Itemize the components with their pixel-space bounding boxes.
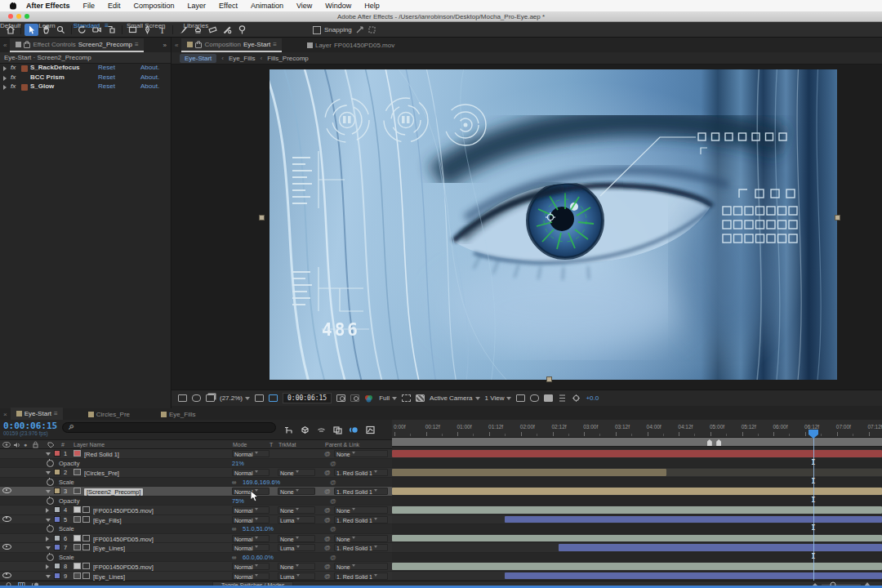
index-column-header[interactable]: # — [61, 442, 65, 448]
trkmat-select[interactable]: None — [278, 506, 315, 514]
magnification-select[interactable]: (27.2%) — [220, 394, 250, 402]
layer-duration-bar[interactable] — [392, 488, 882, 495]
menu-view[interactable]: View — [290, 2, 318, 10]
pick-whip-icon[interactable]: @ — [324, 488, 331, 495]
blend-mode-select[interactable]: Normal — [232, 450, 270, 457]
trkmat-select[interactable]: Luma — [278, 572, 315, 580]
panel-menu-icon[interactable]: ≡ — [273, 41, 276, 48]
layer-row[interactable]: 6[FP001450PD05.mov]NormalNone@None — [0, 534, 392, 544]
property-name[interactable]: Scale — [59, 554, 74, 561]
layer-label-swatch[interactable] — [54, 506, 60, 513]
trkmat-select[interactable]: None — [278, 469, 315, 476]
mode-column-header[interactable]: Mode — [233, 442, 247, 448]
effect-about-link[interactable]: About. — [140, 64, 159, 71]
panel-menu-icon[interactable]: ≡ — [54, 410, 57, 417]
roto-brush-tool[interactable] — [220, 24, 234, 36]
layer-row[interactable]: 1[Red Solid 1]Normal@None — [0, 449, 392, 459]
stopwatch-icon[interactable] — [47, 554, 54, 561]
layer-duration-bar[interactable] — [392, 450, 882, 457]
exposure-value[interactable]: +0.0 — [586, 394, 599, 402]
mini-flowchart-icon[interactable] — [284, 423, 293, 438]
pick-whip-icon[interactable]: @ — [324, 563, 331, 570]
twirl-arrow-icon[interactable] — [46, 564, 49, 569]
rotate-tool[interactable] — [75, 24, 89, 36]
parent-select[interactable]: 1. Red Solid 1 — [334, 488, 388, 495]
blend-mode-select[interactable]: Normal — [232, 544, 270, 551]
layer-label-swatch[interactable] — [54, 469, 60, 475]
viewer-timecode[interactable]: 0:00:06:15 — [283, 393, 332, 403]
clone-stamp-tool[interactable] — [191, 24, 205, 36]
show-snapshot-icon[interactable] — [350, 394, 359, 402]
pick-whip-icon[interactable]: @ — [324, 450, 331, 457]
layer-duration-bar[interactable] — [559, 544, 882, 551]
breadcrumb-item[interactable]: Eye-Start — [180, 54, 216, 63]
blend-mode-select[interactable]: Normal — [232, 572, 270, 580]
trkmat-select[interactable]: None — [278, 535, 315, 542]
menu-file[interactable]: File — [77, 2, 102, 10]
layer-label-swatch[interactable] — [54, 563, 60, 569]
panel-collapse-icon[interactable]: « — [172, 42, 181, 49]
timeline-search-input[interactable]: 🔎︎ — [62, 422, 276, 433]
parent-column-header[interactable]: Parent & Link — [325, 442, 359, 448]
effect-row[interactable]: fxBCC PrismResetAbout. — [0, 74, 172, 83]
menu-layer[interactable]: Layer — [181, 2, 213, 10]
pick-whip-icon[interactable]: @ — [330, 460, 336, 467]
parent-select[interactable]: 1. Red Solid 1 — [334, 469, 388, 476]
resolution-select[interactable]: Full — [379, 394, 397, 402]
pick-whip-icon[interactable]: @ — [324, 516, 331, 523]
panel-overflow-icon[interactable]: » — [159, 42, 171, 49]
layer-row[interactable]: 5[Eye_Fills]NormalLuma@1. Red Solid 1 — [0, 515, 392, 525]
fast-preview-icon[interactable] — [544, 394, 553, 402]
trkmat-select[interactable]: None — [278, 563, 315, 570]
layer-row[interactable]: 3[Screen2_Precomp]NormalNone@1. Red Soli… — [0, 487, 392, 497]
parent-select[interactable]: 1. Red Solid 1 — [334, 544, 388, 551]
home-tool[interactable] — [3, 24, 17, 36]
layer-duration-bar[interactable] — [392, 563, 882, 570]
expand-arrow-icon[interactable] — [3, 76, 7, 81]
work-area-bar[interactable] — [392, 438, 882, 447]
breadcrumb-item[interactable]: Eye_Fills — [229, 55, 255, 62]
t-column-header[interactable]: T — [270, 442, 273, 448]
mask-visibility-icon[interactable] — [269, 394, 278, 402]
pick-whip-icon[interactable]: @ — [324, 544, 331, 551]
effect-row[interactable]: fxS_GlowResetAbout. — [0, 82, 172, 92]
graph-editor-icon[interactable] — [366, 423, 375, 438]
composition-viewer[interactable]: 486 — [172, 65, 882, 390]
panel-close-icon[interactable]: × — [0, 411, 11, 418]
layer-label-swatch[interactable] — [54, 516, 60, 523]
stopwatch-icon[interactable] — [47, 479, 54, 486]
motion-blur-icon[interactable] — [350, 423, 359, 438]
blend-mode-select[interactable]: Normal — [232, 469, 270, 476]
property-row[interactable]: Opacity21%@ — [0, 459, 392, 469]
pick-whip-icon[interactable]: @ — [324, 469, 331, 476]
resize-handle-right[interactable] — [835, 215, 840, 220]
effect-about-link[interactable]: About. — [140, 82, 159, 90]
panel-menu-icon[interactable]: ≡ — [135, 41, 138, 48]
trkmat-select[interactable]: Luma — [278, 544, 315, 551]
effect-about-link[interactable]: About. — [140, 74, 159, 81]
pan-behind-tool[interactable] — [105, 24, 118, 36]
pick-whip-icon[interactable]: @ — [324, 535, 331, 542]
layer-label-swatch[interactable] — [54, 535, 60, 541]
blend-mode-select[interactable]: Normal — [232, 563, 270, 570]
parent-select[interactable]: 1. Red Solid 1 — [334, 572, 388, 580]
property-name[interactable]: Opacity — [59, 497, 79, 505]
property-row[interactable]: Scale∞60.0,60.0%@ — [0, 553, 392, 563]
blend-mode-select[interactable]: Normal — [232, 535, 270, 542]
constrain-link-icon[interactable]: ∞ — [232, 525, 236, 532]
layer-marker[interactable] — [707, 439, 712, 446]
monitor-icon[interactable] — [192, 394, 201, 402]
hand-tool[interactable] — [39, 24, 53, 36]
property-row[interactable]: Scale∞169.6,169.6%@ — [0, 478, 392, 488]
effect-name[interactable]: S_RackDefocus — [30, 64, 79, 71]
layer-visibility-eye-icon[interactable] — [2, 544, 11, 550]
effect-reset-link[interactable]: Reset — [98, 82, 115, 90]
region-of-interest-icon[interactable] — [402, 394, 411, 402]
time-ruler[interactable]: 0:00f00:12f01:00f01:12f02:00f02:12f03:00… — [392, 420, 882, 438]
pick-whip-icon[interactable]: @ — [330, 525, 336, 532]
layer-duration-bar[interactable] — [392, 506, 882, 514]
constrain-link-icon[interactable]: ∞ — [232, 554, 236, 561]
layer-row[interactable]: 7[Eye_Lines]NormalLuma@1. Red Solid 1 — [0, 543, 392, 553]
parent-select[interactable]: None — [334, 563, 388, 570]
selection-tool[interactable] — [24, 24, 38, 36]
